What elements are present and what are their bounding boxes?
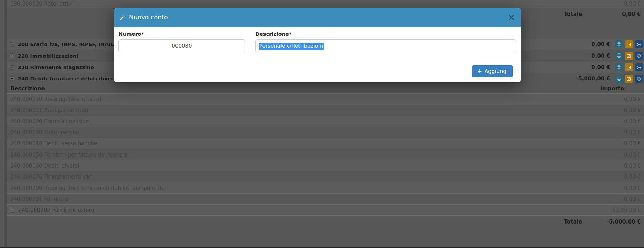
account-amount: 0,00 € <box>624 185 641 191</box>
subtable-rows: 240.000010 Riepilogativo fornitori 0,00 … <box>4 94 644 215</box>
account-row: 130.000020 Ratei attivi 0,00 € <box>4 0 644 8</box>
account-row: 240.000030 Mutui passivi 0,00 € <box>4 127 644 138</box>
account-description: 240.000050 Fornitori per fatture da rice… <box>10 152 128 158</box>
numero-field-group: Numero* <box>118 31 245 52</box>
expand-button[interactable]: + <box>10 42 14 47</box>
collapse-button[interactable]: − <box>10 77 14 81</box>
account-amount: 0,00 € <box>624 163 641 169</box>
group-amount: 0,00 € <box>591 41 610 47</box>
plus-icon: + <box>477 68 482 74</box>
account-description: 240.000010 Riepilogativo fornitori <box>10 96 101 102</box>
account-row: 240.000200 Riepilogativo fornitori conta… <box>4 182 644 193</box>
account-description: 240.000201 Fornitore <box>10 196 68 202</box>
totale-row: Totale -5.000,00 € <box>4 215 644 227</box>
print-button[interactable] <box>615 75 623 83</box>
screen: 130.000020 Ratei attivi 0,00 € Totale 0,… <box>0 0 644 248</box>
column-header-descrizione: Descrizione <box>10 85 45 92</box>
expand-button[interactable]: + <box>10 208 14 213</box>
descrizione-input[interactable]: Personale c/Retribuzioni <box>255 39 516 52</box>
print-button[interactable] <box>615 63 623 71</box>
account-description: 240.000011 Anticipo fornitori <box>10 107 88 113</box>
aggiungi-button-label: Aggiungi <box>485 68 508 74</box>
account-description: 240.000020 Cambiali passive <box>10 118 89 125</box>
aggiungi-button[interactable]: + Aggiungi <box>472 65 513 77</box>
account-amount: 0,00 € <box>624 118 641 125</box>
account-row-expandable: + 240.000202 Fornitore estero -5.000,00 … <box>4 204 644 215</box>
account-description: 130.000020 Ratei attivi <box>10 1 73 7</box>
group-title: 240 Debiti fornitori e debiti diversi <box>18 76 118 81</box>
group-title: 220 Immobilizzazioni <box>18 53 79 59</box>
totale-label: Totale <box>564 11 582 17</box>
totale-amount: -5.000,00 € <box>607 219 641 225</box>
descrizione-label: Descrizione* <box>255 31 516 37</box>
account-amount: 0,00 € <box>624 1 641 7</box>
add-account-button[interactable] <box>635 52 643 60</box>
account-amount: 0,00 € <box>624 196 641 202</box>
account-description: 240.000070 Finanziamenti vari <box>10 174 93 180</box>
print-button[interactable] <box>615 52 623 60</box>
add-account-button[interactable] <box>635 40 643 48</box>
edit-button[interactable] <box>625 52 633 60</box>
account-row: 240.000060 Debiti diversi 0,00 € <box>4 160 644 171</box>
modal-body: Numero* Descrizione* Personale c/Retribu… <box>114 27 521 52</box>
account-description: 240.000060 Debiti diversi <box>10 163 79 169</box>
row-actions <box>615 52 643 60</box>
pencil-icon <box>120 15 126 21</box>
account-row: 240.000011 Anticipo fornitori 0,00 € <box>4 105 644 115</box>
expand-button[interactable]: + <box>10 65 14 70</box>
group-amount: 0,00 € <box>591 64 610 71</box>
print-button[interactable] <box>615 40 623 48</box>
totale-label: Totale <box>564 219 582 225</box>
account-amount: -5.000,00 € <box>610 207 641 213</box>
edit-button[interactable] <box>625 40 633 48</box>
account-amount: 0,00 € <box>624 174 641 180</box>
row-actions <box>615 75 643 83</box>
section-240-accounts: Descrizione Importo 240.000010 Riepiloga… <box>4 84 644 227</box>
account-row: 240.000050 Fornitori per fatture da rice… <box>4 149 644 160</box>
group-title: 200 Erario iva, INPS, IRPEF, INAIL, C <box>18 41 121 47</box>
account-row: 240.000020 Cambiali passive 0,00 € <box>4 116 644 127</box>
account-row: 240.000070 Finanziamenti vari 0,00 € <box>4 171 644 182</box>
selected-text: Personale c/Retribuzioni <box>259 43 324 50</box>
account-description: 240.000202 Fornitore estero <box>18 207 94 213</box>
account-description: 240.000030 Mutui passivi <box>10 129 79 136</box>
account-amount: 0,00 € <box>624 140 641 147</box>
account-row: 240.000010 Riepilogativo fornitori 0,00 … <box>4 94 644 105</box>
nuovo-conto-modal: Nuovo conto × Numero* Descrizione* Perso… <box>114 8 521 82</box>
modal-header: Nuovo conto × <box>114 8 521 27</box>
column-header-importo: Importo <box>587 85 637 92</box>
account-amount: 0,00 € <box>624 107 641 113</box>
account-row: 240.000040 Debiti verso banche 0,00 € <box>4 138 644 149</box>
close-icon[interactable]: × <box>508 13 515 22</box>
account-amount: 0,00 € <box>624 152 641 158</box>
totale-amount: 0,00 € <box>622 11 641 17</box>
descrizione-field-group: Descrizione* Personale c/Retribuzioni <box>255 31 516 52</box>
account-description: 240.000200 Riepilogativo fornitori conta… <box>10 185 165 191</box>
row-actions <box>615 63 643 71</box>
numero-label: Numero* <box>118 31 245 37</box>
group-amount: 0,00 € <box>591 53 610 59</box>
account-row: 240.000201 Fornitore 0,00 € <box>4 193 644 204</box>
group-title: 230 Rimanente magazzino <box>18 64 94 70</box>
account-description: 240.000040 Debiti verso banche <box>10 140 97 147</box>
page-left-margin <box>4 0 7 248</box>
row-actions <box>615 40 643 48</box>
group-amount: -5.000,00 € <box>576 75 610 82</box>
account-amount: 0,00 € <box>624 129 641 136</box>
account-amount: 0,00 € <box>624 96 641 102</box>
numero-input[interactable] <box>118 39 245 52</box>
add-account-button[interactable] <box>635 75 643 83</box>
edit-button[interactable] <box>625 63 633 71</box>
add-account-button[interactable] <box>635 63 643 71</box>
edit-button[interactable] <box>625 75 633 83</box>
expand-button[interactable]: + <box>10 53 14 58</box>
modal-title: Nuovo conto <box>129 14 168 21</box>
subtable-header: Descrizione Importo <box>4 84 644 94</box>
